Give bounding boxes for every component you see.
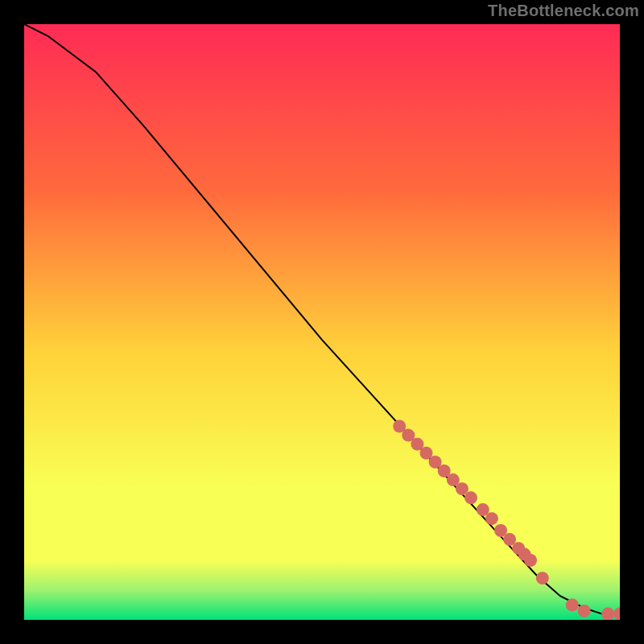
sample-dot <box>601 608 614 620</box>
chart-svg <box>24 24 620 620</box>
sample-dot <box>485 512 498 525</box>
sample-dot <box>464 491 477 504</box>
gradient-background <box>24 24 620 620</box>
sample-dot <box>566 599 579 612</box>
chart-frame: TheBottleneck.com <box>0 0 644 644</box>
watermark-label: TheBottleneck.com <box>488 2 639 20</box>
plot-area <box>24 24 620 620</box>
sample-dot <box>536 572 549 584</box>
sample-dot <box>578 605 591 617</box>
sample-dot <box>524 554 537 567</box>
